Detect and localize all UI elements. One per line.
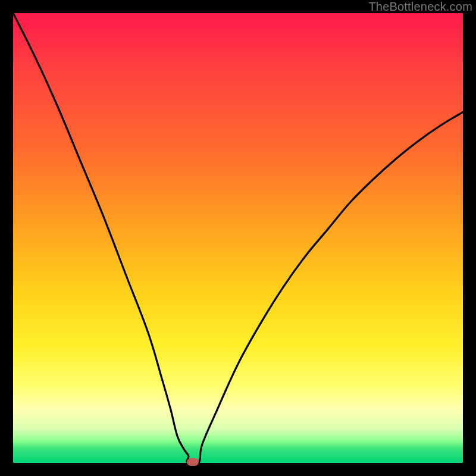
chart-stage: TheBottleneck.com [0,0,476,476]
optimal-point-marker [187,458,199,466]
curve-path [13,13,463,463]
bottleneck-curve [13,13,463,463]
watermark-text: TheBottleneck.com [368,0,472,14]
plot-area [13,13,463,463]
